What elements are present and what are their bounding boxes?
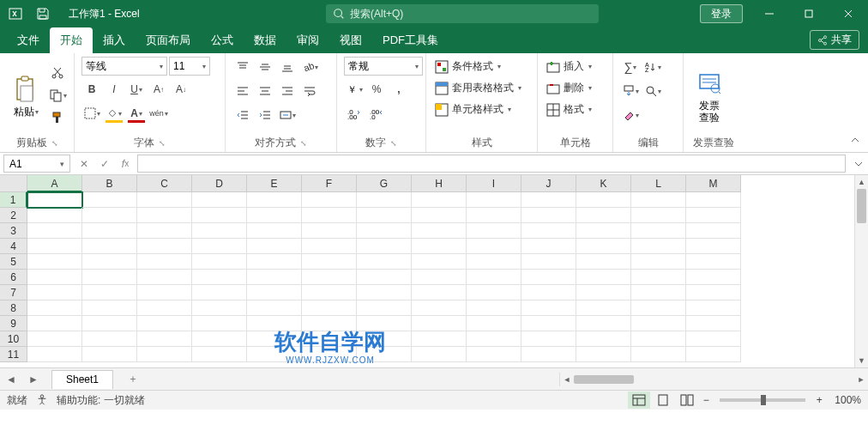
- cell[interactable]: [247, 223, 302, 239]
- sheet-nav-prev[interactable]: ◄: [0, 368, 22, 391]
- maximize-button[interactable]: [789, 0, 829, 27]
- cell[interactable]: [412, 239, 467, 254]
- cell[interactable]: [192, 316, 247, 331]
- column-header[interactable]: D: [192, 175, 247, 192]
- save-icon[interactable]: [34, 5, 51, 22]
- column-header[interactable]: A: [27, 175, 82, 192]
- cell[interactable]: [192, 254, 247, 270]
- cell[interactable]: [27, 316, 82, 331]
- cell[interactable]: [27, 223, 82, 239]
- font-name-combo[interactable]: 等线▾: [81, 57, 167, 76]
- column-header[interactable]: M: [686, 175, 741, 192]
- cell[interactable]: [686, 270, 741, 285]
- cell[interactable]: [631, 254, 686, 270]
- cell[interactable]: [576, 316, 631, 331]
- number-format-combo[interactable]: 常规▾: [344, 57, 423, 76]
- tab-pdf[interactable]: PDF工具集: [372, 27, 449, 53]
- ribbon-collapse-button[interactable]: [847, 133, 863, 149]
- cell[interactable]: [576, 300, 631, 316]
- cell[interactable]: [521, 331, 576, 347]
- insert-cells-button[interactable]: 插入▾: [545, 57, 606, 76]
- cell[interactable]: [576, 285, 631, 300]
- increase-indent-button[interactable]: [255, 105, 275, 125]
- tab-view[interactable]: 视图: [329, 27, 372, 53]
- column-header[interactable]: I: [467, 175, 521, 192]
- view-page-break-button[interactable]: [676, 391, 698, 409]
- view-page-layout-button[interactable]: [652, 391, 674, 409]
- zoom-out-button[interactable]: −: [699, 394, 713, 406]
- font-size-combo[interactable]: 11▾: [169, 57, 210, 76]
- align-center-button[interactable]: [255, 81, 275, 101]
- cell[interactable]: [82, 347, 137, 362]
- cell[interactable]: [521, 208, 576, 223]
- cell[interactable]: [247, 285, 302, 300]
- cancel-formula-button[interactable]: ✕: [74, 158, 94, 170]
- cell[interactable]: [137, 239, 192, 254]
- table-format-button[interactable]: 套用表格格式▾: [433, 78, 530, 98]
- cell[interactable]: [467, 192, 521, 208]
- font-launcher[interactable]: ⤡: [159, 139, 166, 148]
- percent-button[interactable]: %: [366, 79, 387, 100]
- cell[interactable]: [412, 192, 467, 208]
- row-header[interactable]: 6: [0, 270, 27, 285]
- cells-area[interactable]: [27, 192, 854, 367]
- fill-button[interactable]: ▾: [620, 81, 641, 101]
- cell[interactable]: [686, 285, 741, 300]
- cell[interactable]: [412, 316, 467, 331]
- column-header[interactable]: L: [631, 175, 686, 192]
- tab-file[interactable]: 文件: [7, 27, 50, 53]
- row-header[interactable]: 10: [0, 331, 27, 347]
- cell[interactable]: [137, 223, 192, 239]
- cell[interactable]: [576, 208, 631, 223]
- align-bottom-button[interactable]: [277, 57, 298, 77]
- cell[interactable]: [412, 223, 467, 239]
- cell[interactable]: [686, 223, 741, 239]
- cell[interactable]: [82, 208, 137, 223]
- cell[interactable]: [467, 208, 521, 223]
- cell[interactable]: [192, 300, 247, 316]
- cell[interactable]: [576, 254, 631, 270]
- cell[interactable]: [412, 347, 467, 362]
- decrease-indent-button[interactable]: [232, 105, 253, 125]
- sheet-nav-next[interactable]: ►: [22, 368, 45, 391]
- cell[interactable]: [576, 192, 631, 208]
- cell[interactable]: [412, 285, 467, 300]
- cell[interactable]: [467, 347, 521, 362]
- cell[interactable]: [631, 239, 686, 254]
- orientation-button[interactable]: ab▾: [299, 57, 320, 77]
- cell[interactable]: [192, 285, 247, 300]
- cell[interactable]: [137, 192, 192, 208]
- share-button[interactable]: 共享: [810, 30, 859, 50]
- cell[interactable]: [137, 208, 192, 223]
- cell[interactable]: [302, 223, 357, 239]
- cell[interactable]: [137, 300, 192, 316]
- cell[interactable]: [302, 300, 357, 316]
- cell[interactable]: [357, 300, 412, 316]
- cell[interactable]: [247, 239, 302, 254]
- cell[interactable]: [137, 331, 192, 347]
- comma-button[interactable]: ,: [389, 79, 409, 100]
- row-header[interactable]: 7: [0, 285, 27, 300]
- sort-filter-button[interactable]: AZ▾: [642, 57, 663, 77]
- cell[interactable]: [467, 285, 521, 300]
- add-sheet-button[interactable]: ＋: [120, 372, 146, 386]
- tab-data[interactable]: 数据: [244, 27, 286, 53]
- cell[interactable]: [137, 285, 192, 300]
- cell[interactable]: [521, 300, 576, 316]
- formula-bar-expand[interactable]: [849, 153, 868, 174]
- cell[interactable]: [412, 300, 467, 316]
- column-headers[interactable]: ABCDEFGHIJKLM: [27, 175, 854, 192]
- sheet-tab-1[interactable]: Sheet1: [51, 370, 113, 389]
- align-middle-button[interactable]: [255, 57, 275, 77]
- align-launcher[interactable]: ⤡: [300, 139, 307, 148]
- accessibility-icon[interactable]: [36, 394, 48, 406]
- cell[interactable]: [82, 192, 137, 208]
- cell[interactable]: [686, 316, 741, 331]
- cell[interactable]: [27, 239, 82, 254]
- cell[interactable]: [27, 270, 82, 285]
- cell[interactable]: [82, 239, 137, 254]
- align-right-button[interactable]: [277, 81, 298, 101]
- fx-button[interactable]: fx: [115, 158, 136, 170]
- cell[interactable]: [631, 331, 686, 347]
- spreadsheet-grid[interactable]: ABCDEFGHIJKLM 1234567891011 ▲ ▼ 软件自学网 WW…: [0, 175, 868, 367]
